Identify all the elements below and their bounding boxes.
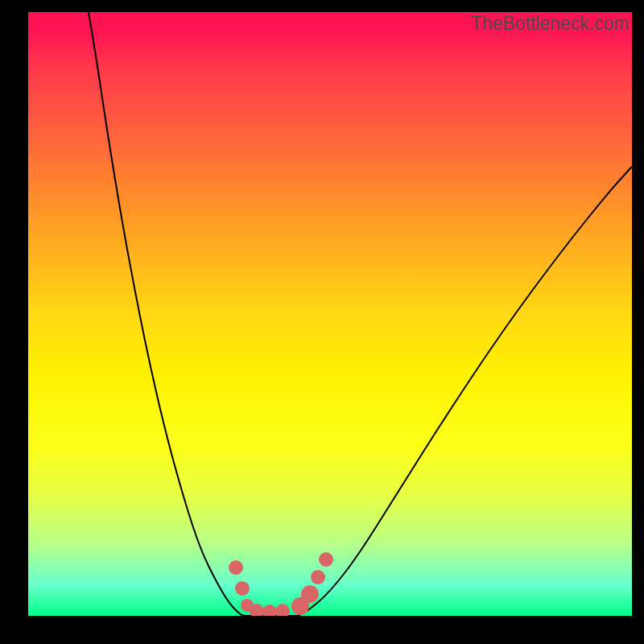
marker-dot <box>262 605 277 616</box>
marker-dot <box>319 552 333 567</box>
marker-dot <box>311 570 325 584</box>
chart-svg <box>28 12 632 616</box>
valley-markers <box>229 552 333 616</box>
marker-dot <box>301 585 319 603</box>
plot-area <box>28 12 632 616</box>
marker-dot <box>275 604 290 616</box>
watermark-text: TheBottleneck.com <box>471 13 630 35</box>
right-curve <box>298 167 632 616</box>
marker-dot <box>235 581 250 596</box>
left-curve <box>89 12 244 616</box>
marker-dot <box>229 560 243 575</box>
